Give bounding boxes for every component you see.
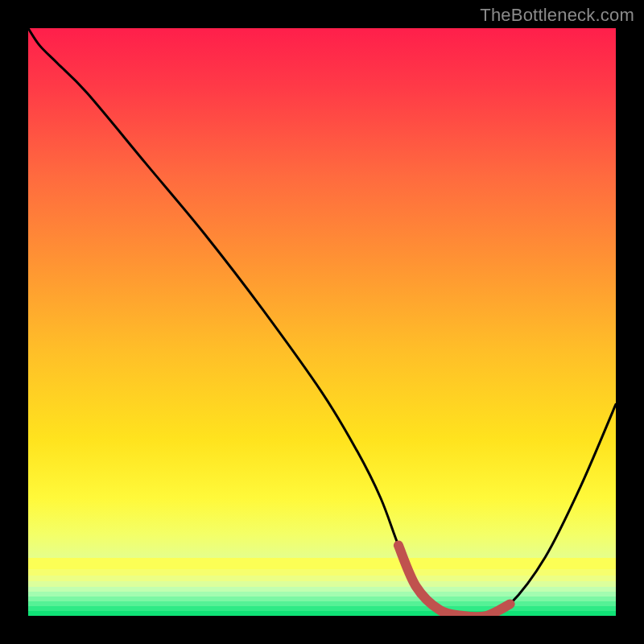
watermark-text: TheBottleneck.com (480, 5, 634, 26)
highlight-segment (398, 545, 510, 616)
chart-curve-layer (28, 28, 616, 616)
chart-frame: TheBottleneck.com (0, 0, 644, 644)
bottleneck-curve (28, 28, 616, 616)
plot-area (28, 28, 616, 616)
